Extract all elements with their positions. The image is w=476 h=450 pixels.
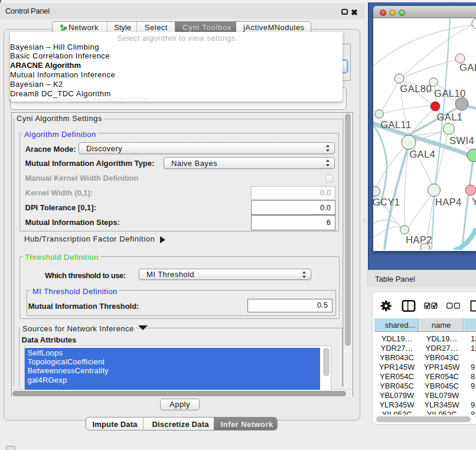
svg-text:GCY1: GCY1 xyxy=(373,197,400,207)
svg-text:GAL1: GAL1 xyxy=(436,112,462,122)
svg-text:HAP2: HAP2 xyxy=(406,234,432,245)
svg-text:SWI4: SWI4 xyxy=(449,135,474,146)
svg-text:Y: Y xyxy=(472,196,476,207)
svg-text:GAL4: GAL4 xyxy=(409,149,435,159)
svg-text:GAL10: GAL10 xyxy=(434,88,466,99)
svg-text:GAL80: GAL80 xyxy=(400,83,432,94)
svg-text:GAL8: GAL8 xyxy=(459,62,476,73)
svg-text:HAP4: HAP4 xyxy=(435,197,462,207)
svg-text:GAL11: GAL11 xyxy=(380,119,411,130)
